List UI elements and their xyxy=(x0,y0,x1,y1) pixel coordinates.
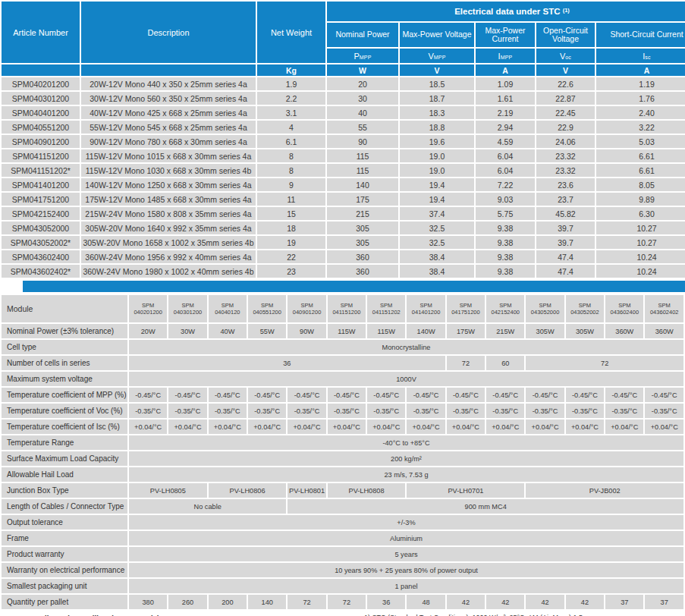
module-prefix: SPM xyxy=(566,302,604,309)
spec-row: Smallest packaging unit1 panel xyxy=(2,579,683,593)
spec-row: Temperature coefficient of MPP (%)-0.45/… xyxy=(2,388,683,402)
spec-value-cell: 72 xyxy=(328,595,366,609)
article-cell-vmpp: 18.7 xyxy=(400,92,474,105)
spec-value-cell: 37 xyxy=(605,595,643,609)
article-cell-impp: 2.94 xyxy=(476,121,535,134)
article-cell-voc: 22.45 xyxy=(536,106,595,119)
column-header-net-weight: Net Weight xyxy=(257,2,325,63)
article-row: SPM04030120030W-12V Mono 560 x 350 x 25m… xyxy=(2,92,685,105)
stc-section-title: Electrical data under STC (1) xyxy=(327,2,685,21)
spec-value-cell: Aluminium xyxy=(129,531,683,545)
article-cell-w: 55 xyxy=(327,121,398,134)
column-header-nominal-power: Nominal Power xyxy=(327,23,398,47)
article-cell-description: 215W-24V Mono 1580 x 808 x 35mm series 4… xyxy=(81,207,256,220)
module-column-header: SPM041401200 xyxy=(407,295,445,322)
article-cell-impp: 1.09 xyxy=(476,77,535,90)
spec-value-cell: 1 panel xyxy=(129,579,683,593)
spec-value-cell: 90W xyxy=(288,324,325,338)
spec-value-cell: -0.35/°C xyxy=(645,404,683,418)
spec-value-cell: PV-LH0808 xyxy=(328,483,406,498)
article-cell-impp: 6.04 xyxy=(476,149,535,162)
spec-row: Cell typeMonocrystalline xyxy=(2,340,683,354)
module-code: 041151202 xyxy=(367,309,405,316)
spec-value-cell: -0.35/°C xyxy=(566,404,604,418)
article-cell-article: SPM043602400 xyxy=(2,250,80,263)
article-cell-vmpp: 37.4 xyxy=(400,207,474,220)
spec-value-cell: -0.35/°C xyxy=(367,404,405,418)
module-column-header: SPM040201200 xyxy=(129,295,167,322)
spec-value-cell: 37 xyxy=(645,595,683,609)
article-cell-isc: 10.27 xyxy=(596,222,685,234)
spec-value-cell: -0.45/°C xyxy=(486,388,524,402)
spec-row: Warranty on electrical performance10 yea… xyxy=(2,563,683,577)
article-row: SPM041151200115W-12V Mono 1015 x 668 x 3… xyxy=(2,149,685,162)
spec-row-label: Quantity per pallet xyxy=(2,595,127,609)
article-cell-description: 20W-12V Mono 440 x 350 x 25mm series 4a xyxy=(81,77,256,90)
article-cell-w: 115 xyxy=(327,149,398,162)
spec-value-cell: -0.45/°C xyxy=(288,388,325,402)
article-cell-description: 175W-12V Mono 1485 x 668 x 30mm series 4… xyxy=(81,193,256,206)
article-cell-impp: 2.19 xyxy=(476,106,535,119)
article-cell-article: SPM041751200 xyxy=(2,193,80,206)
article-cell-vmpp: 38.4 xyxy=(400,265,474,278)
article-cell-vmpp: 38.4 xyxy=(400,250,474,263)
unit-cell-empty xyxy=(2,64,80,76)
symbol-sub: oc xyxy=(565,55,571,60)
module-column-header: SPM043602402 xyxy=(645,295,683,322)
spec-value-cell: 40W xyxy=(209,324,247,338)
spec-value-cell: 72 xyxy=(526,356,683,370)
spec-value-cell: +0.04/°C xyxy=(645,420,683,434)
article-cell-article: SPM043602402* xyxy=(2,265,80,278)
spec-value-cell: +0.04/°C xyxy=(248,420,286,434)
article-cell-w: 40 xyxy=(327,106,398,119)
spec-value-cell: No cable xyxy=(129,499,286,514)
symbol-voc: Voc xyxy=(536,49,595,63)
spec-row-label: Product warranty xyxy=(2,547,127,561)
article-cell-voc: 22.9 xyxy=(536,121,595,134)
spec-value-cell: 305W xyxy=(566,324,604,338)
spec-value-cell: PV-LH0806 xyxy=(209,483,287,498)
spec-value-cell: 380 xyxy=(129,595,167,609)
article-cell-w: 115 xyxy=(327,164,398,177)
spec-value-cell: 200 xyxy=(209,595,247,609)
article-cell-w: 140 xyxy=(327,178,398,191)
article-cell-kg: 22 xyxy=(257,250,325,263)
spec-value-cell: -0.45/°C xyxy=(566,388,604,402)
spec-value-cell: -0.45/°C xyxy=(168,388,206,402)
spec-value-cell: 1000V xyxy=(129,372,683,386)
article-cell-vmpp: 19.0 xyxy=(400,149,474,162)
spec-table-body: Nominal Power (±3% tolerance)20W30W40W55… xyxy=(2,324,683,609)
article-cell-w: 30 xyxy=(327,92,398,105)
spec-value-cell: -0.35/°C xyxy=(129,404,167,418)
spec-row: Length of Cables / Connector TypeNo cabl… xyxy=(2,499,683,514)
article-cell-description: 55W-12V Mono 545 x 668 x 25mm series 4a xyxy=(81,121,256,134)
spec-row: Product warranty5 years xyxy=(2,547,683,561)
article-cell-impp: 9.38 xyxy=(476,222,535,234)
article-row: SPM043052002*305W-20V Mono 1658 x 1002 x… xyxy=(2,236,685,249)
article-cell-vmpp: 32.5 xyxy=(400,236,474,249)
spec-value-cell: -0.45/°C xyxy=(367,388,405,402)
spec-row-label: Number of cells in series xyxy=(2,356,127,370)
module-label: Module xyxy=(2,295,127,322)
article-cell-w: 305 xyxy=(327,222,398,234)
article-row: SPM041751200175W-12V Mono 1485 x 668 x 3… xyxy=(2,193,685,206)
spec-value-cell: 5 years xyxy=(129,547,683,561)
article-cell-article: SPM040551200 xyxy=(2,121,80,134)
spec-value-cell: -0.35/°C xyxy=(248,404,286,418)
spec-value-cell: +0.04/°C xyxy=(168,420,206,434)
article-cell-kg: 8 xyxy=(257,149,325,162)
article-cell-w: 305 xyxy=(327,236,398,249)
module-column-header: SPM04040120 xyxy=(209,295,247,322)
spec-row: Nominal Power (±3% tolerance)20W30W40W55… xyxy=(2,324,683,338)
module-code: 041151200 xyxy=(328,309,366,316)
unit-cell-empty xyxy=(81,64,256,76)
spec-row: Junction Box TypePV-LH0805PV-LH0806PV-LH… xyxy=(2,483,683,498)
article-cell-kg: 3.1 xyxy=(257,106,325,119)
electrical-data-table: Article Number Description Net Weight El… xyxy=(0,0,685,279)
article-row: SPM041401200140W-12V Mono 1250 x 668 x 3… xyxy=(2,178,685,191)
article-cell-article: SPM041151200 xyxy=(2,149,80,162)
module-code: 041401200 xyxy=(407,309,445,316)
spec-value-cell: +0.04/°C xyxy=(407,420,445,434)
module-prefix: SPM xyxy=(645,302,683,309)
article-cell-impp: 9.03 xyxy=(476,193,535,206)
